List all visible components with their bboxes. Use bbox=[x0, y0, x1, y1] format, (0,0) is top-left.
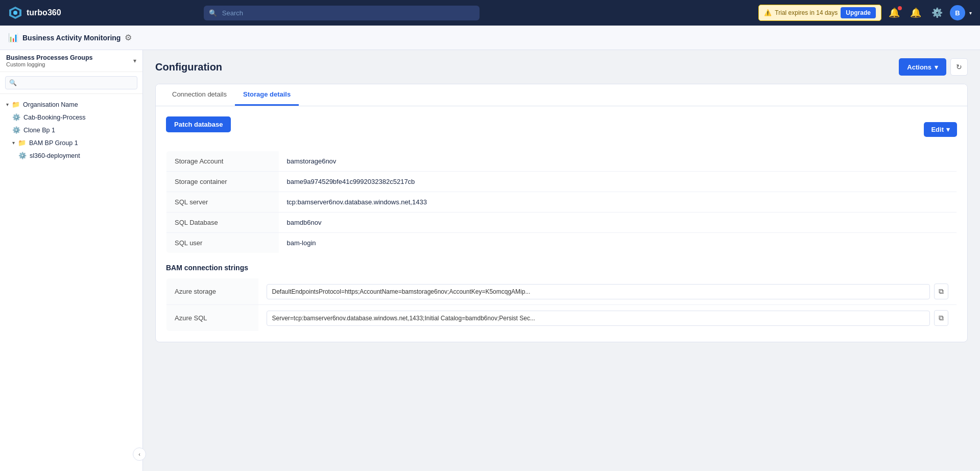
sidebar: Business Processes Groups Custom logging… bbox=[0, 50, 143, 471]
sidebar-search-container: 🔍 bbox=[0, 72, 142, 94]
sub-header: 📊 Business Activity Monitoring ⚙ bbox=[0, 26, 980, 50]
process-icon: ⚙️ bbox=[12, 113, 20, 121]
refresh-button[interactable]: ↻ bbox=[950, 58, 968, 76]
azure-sql-copy-button[interactable]: ⧉ bbox=[934, 310, 948, 326]
bam-connection-title: BAM connection strings bbox=[166, 264, 957, 272]
tree-chevron-icon: ▾ bbox=[6, 102, 9, 107]
conn-value-cell: DefaultEndpointsProtocol=https;AccountNa… bbox=[258, 278, 957, 305]
search-icon: 🔍 bbox=[209, 9, 217, 17]
actions-button[interactable]: Actions ▾ bbox=[899, 58, 946, 76]
search-container: 🔍 bbox=[204, 6, 480, 20]
sidebar-item-clone-bp[interactable]: ⚙️ Clone Bp 1 bbox=[0, 124, 142, 136]
azure-storage-copy-button[interactable]: ⧉ bbox=[934, 284, 948, 299]
sidebar-collapse-button[interactable]: ‹ bbox=[133, 448, 143, 461]
field-value: bamstorage6nov bbox=[279, 151, 957, 172]
conn-label: Azure SQL bbox=[166, 305, 258, 332]
header-actions: Actions ▾ ↻ bbox=[899, 58, 968, 76]
actions-label: Actions bbox=[907, 63, 931, 71]
field-label: SQL Database bbox=[166, 213, 279, 233]
tab-storage[interactable]: Storage details bbox=[235, 84, 299, 106]
edit-label: Edit bbox=[931, 126, 944, 133]
sub-header-title: 📊 Business Activity Monitoring bbox=[8, 33, 121, 42]
avatar-button[interactable]: B bbox=[950, 5, 965, 20]
sidebar-nav: Business Processes Groups Custom logging… bbox=[0, 50, 142, 72]
edit-chevron-icon: ▾ bbox=[946, 126, 950, 133]
sidebar-nav-primary[interactable]: Business Processes Groups bbox=[6, 54, 93, 61]
page-title: Configuration bbox=[155, 61, 222, 73]
patch-database-button[interactable]: Patch database bbox=[166, 116, 231, 132]
table-row: Storage container bame9a974529bfe41c9992… bbox=[166, 172, 957, 192]
navbar: turbo360 🔍 ⚠️ Trial expires in 14 days U… bbox=[0, 0, 980, 26]
field-value: bam-login bbox=[279, 233, 957, 253]
field-label: SQL server bbox=[166, 192, 279, 213]
folder-icon: 📁 bbox=[18, 139, 26, 147]
azure-sql-input[interactable]: Server=tcp:bamserver6nov.database.window… bbox=[267, 311, 930, 326]
storage-details-table: Storage Account bamstorage6nov Storage c… bbox=[166, 151, 957, 253]
main-content: Configuration Actions ▾ ↻ Connection det… bbox=[143, 50, 980, 471]
sidebar-search-icon: 🔍 bbox=[9, 79, 17, 86]
search-input[interactable] bbox=[204, 6, 480, 20]
table-row: SQL user bam-login bbox=[166, 233, 957, 253]
field-value: tcp:bamserver6nov.database.windows.net,1… bbox=[279, 192, 957, 213]
sidebar-search-input[interactable] bbox=[5, 76, 137, 89]
field-label: Storage Account bbox=[166, 151, 279, 172]
conn-value-cell: Server=tcp:bamserver6nov.database.window… bbox=[258, 305, 957, 332]
navbar-right: ⚠️ Trial expires in 14 days Upgrade 🔔 🔔 … bbox=[758, 5, 972, 21]
connection-strings-table: Azure storage DefaultEndpointsProtocol=h… bbox=[166, 278, 957, 332]
tree-chevron-icon: ▾ bbox=[12, 140, 15, 146]
trial-text: Trial expires in 14 days bbox=[775, 9, 838, 16]
sub-header-settings-button[interactable]: ⚙ bbox=[125, 33, 132, 42]
folder-icon: 📁 bbox=[12, 101, 20, 108]
tabs-container: Connection details Storage details bbox=[156, 84, 967, 106]
tree-item-label: Organisation Name bbox=[23, 101, 78, 108]
edit-button[interactable]: Edit ▾ bbox=[924, 122, 957, 137]
sidebar-nav-content: Business Processes Groups Custom logging bbox=[6, 54, 93, 67]
process-icon: ⚙️ bbox=[18, 152, 27, 159]
field-value: bame9a974529bfe41c9992032382c5217cb bbox=[279, 172, 957, 192]
avatar-caret-icon[interactable]: ▾ bbox=[969, 10, 972, 16]
config-card: Connection details Storage details Patch… bbox=[155, 84, 968, 342]
table-row: SQL Database bamdb6nov bbox=[166, 213, 957, 233]
tree-item-label: Cab-Booking-Process bbox=[23, 114, 86, 121]
sidebar-nav-secondary[interactable]: Custom logging bbox=[6, 61, 93, 67]
upgrade-button[interactable]: Upgrade bbox=[841, 7, 876, 18]
sidebar-item-cab-booking[interactable]: ⚙️ Cab-Booking-Process bbox=[0, 111, 142, 124]
tree-item-label: sl360-deployment bbox=[30, 152, 80, 159]
actions-chevron-icon: ▾ bbox=[935, 63, 938, 71]
brand: turbo360 bbox=[8, 6, 61, 20]
sidebar-nav-chevron-icon[interactable]: ▾ bbox=[133, 57, 136, 64]
svg-point-2 bbox=[13, 11, 17, 15]
process-icon: ⚙️ bbox=[12, 126, 20, 134]
bell-button[interactable]: 🔔 bbox=[907, 5, 924, 20]
tab-connection[interactable]: Connection details bbox=[164, 84, 235, 106]
bam-icon: 📊 bbox=[8, 33, 18, 42]
conn-table-row: Azure storage DefaultEndpointsProtocol=h… bbox=[166, 278, 957, 305]
logo-icon bbox=[8, 6, 22, 20]
brand-name: turbo360 bbox=[27, 8, 61, 17]
refresh-icon: ↻ bbox=[956, 63, 962, 71]
field-value: bamdb6nov bbox=[279, 213, 957, 233]
sub-header-label: Business Activity Monitoring bbox=[22, 34, 121, 42]
sidebar-item-bam-group[interactable]: ▾ 📁 BAM BP Group 1 bbox=[0, 136, 142, 149]
sidebar-item-organisation[interactable]: ▾ 📁 Organisation Name bbox=[0, 98, 142, 111]
settings-button[interactable]: ⚙️ bbox=[928, 5, 946, 20]
notification-badge bbox=[898, 6, 902, 10]
conn-table-row: Azure SQL Server=tcp:bamserver6nov.datab… bbox=[166, 305, 957, 332]
field-label: Storage container bbox=[166, 172, 279, 192]
sidebar-item-sl360[interactable]: ⚙️ sl360-deployment bbox=[0, 149, 142, 162]
tree-item-label: BAM BP Group 1 bbox=[29, 139, 78, 147]
azure-storage-input[interactable]: DefaultEndpointsProtocol=https;AccountNa… bbox=[267, 284, 930, 299]
tree-item-label: Clone Bp 1 bbox=[23, 127, 55, 134]
sidebar-tree: ▾ 📁 Organisation Name ⚙️ Cab-Booking-Pro… bbox=[0, 94, 142, 471]
table-row: SQL server tcp:bamserver6nov.database.wi… bbox=[166, 192, 957, 213]
notifications-button[interactable]: 🔔 bbox=[886, 5, 903, 20]
content-area: Patch database Edit ▾ Storage Account ba… bbox=[156, 106, 967, 342]
warning-icon: ⚠️ bbox=[764, 9, 772, 16]
trial-banner: ⚠️ Trial expires in 14 days Upgrade bbox=[758, 5, 881, 21]
conn-label: Azure storage bbox=[166, 278, 258, 305]
field-label: SQL user bbox=[166, 233, 279, 253]
table-row: Storage Account bamstorage6nov bbox=[166, 151, 957, 172]
page-header: Configuration Actions ▾ ↻ bbox=[155, 58, 968, 76]
layout: Business Processes Groups Custom logging… bbox=[0, 50, 980, 471]
